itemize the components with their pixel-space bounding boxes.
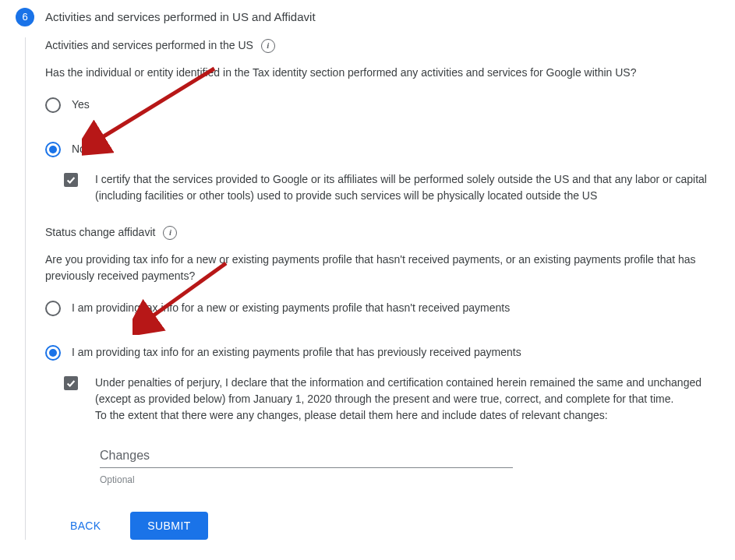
section-activities-text: Activities and services performed in the… xyxy=(45,37,253,54)
radio-dot-icon xyxy=(49,349,57,357)
radio-no[interactable] xyxy=(45,142,61,157)
activities-question: Has the individual or entity identified … xyxy=(45,65,712,81)
radio-yes[interactable] xyxy=(45,97,61,113)
step-header: 6 Activities and services performed in U… xyxy=(16,8,719,26)
step-number-badge: 6 xyxy=(16,8,34,26)
certify-checkbox[interactable] xyxy=(64,173,78,187)
radio-yes-row[interactable]: Yes xyxy=(45,97,712,113)
radio-existing-profile-label: I am providing tax info for an existing … xyxy=(72,344,521,361)
changes-input[interactable] xyxy=(100,444,513,468)
section-affidavit-label: Status change affidavit i xyxy=(45,224,177,241)
radio-yes-label: Yes xyxy=(72,97,90,113)
check-icon xyxy=(65,378,76,389)
step-title: Activities and services performed in US … xyxy=(45,9,316,26)
changes-field-group: Optional xyxy=(100,444,513,487)
check-icon xyxy=(65,174,76,185)
back-button[interactable]: BACK xyxy=(64,512,107,540)
radio-existing-profile[interactable] xyxy=(45,345,61,361)
radio-new-row[interactable]: I am providing tax info for a new or exi… xyxy=(45,300,712,316)
radio-new-profile[interactable] xyxy=(45,301,61,316)
submit-button[interactable]: SUBMIT xyxy=(130,512,207,540)
section-affidavit-text: Status change affidavit xyxy=(45,224,155,241)
button-row: BACK SUBMIT xyxy=(64,512,712,540)
info-icon[interactable]: i xyxy=(261,39,275,53)
step-connector-line xyxy=(16,37,34,540)
radio-no-row[interactable]: No xyxy=(45,141,712,157)
certify-text: I certify that the services provided to … xyxy=(95,171,712,204)
section-activities-label: Activities and services performed in the… xyxy=(45,37,275,54)
certify-block: I certify that the services provided to … xyxy=(64,171,712,204)
affidavit-question: Are you providing tax info for a new or … xyxy=(45,252,712,284)
info-icon[interactable]: i xyxy=(163,226,177,240)
radio-existing-row[interactable]: I am providing tax info for an existing … xyxy=(45,344,712,361)
changes-helper: Optional xyxy=(100,473,513,487)
declare-checkbox[interactable] xyxy=(64,376,78,390)
radio-no-label: No xyxy=(72,141,86,157)
radio-new-profile-label: I am providing tax info for a new or exi… xyxy=(72,300,510,316)
declare-text: Under penalties of perjury, I declare th… xyxy=(95,375,712,424)
radio-dot-icon xyxy=(49,146,57,153)
declare-block: Under penalties of perjury, I declare th… xyxy=(64,375,712,424)
